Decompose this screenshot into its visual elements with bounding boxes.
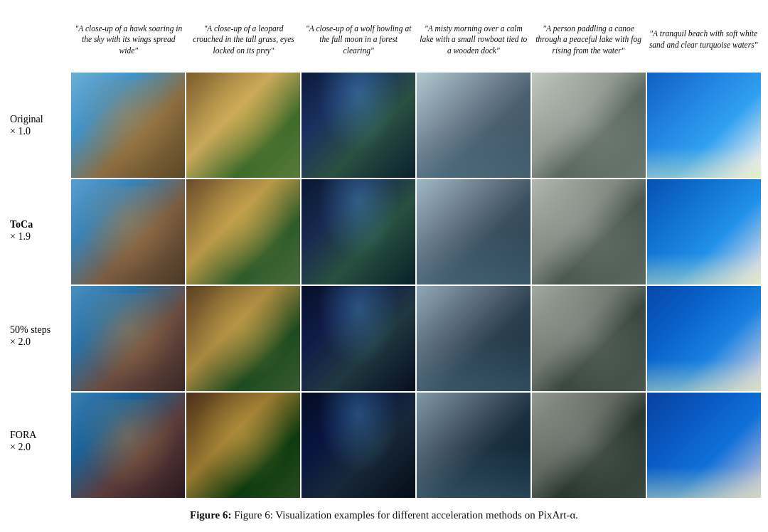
image-toca-leopard bbox=[186, 179, 300, 284]
header-cell-hawk: "A close-up of a hawk soaring in the sky… bbox=[71, 7, 186, 73]
image-50steps-lake bbox=[417, 286, 530, 391]
image-50steps-wolf bbox=[302, 286, 415, 391]
figure-caption-text: Figure 6: Visualization examples for dif… bbox=[234, 509, 570, 521]
image-row-50steps bbox=[71, 286, 761, 391]
image-fora-canoe bbox=[532, 393, 646, 498]
image-50steps-canoe bbox=[532, 286, 646, 391]
image-original-hawk bbox=[71, 73, 185, 178]
grid-wrapper: Original × 1.0 ToCa × 1.9 50% steps × 2.… bbox=[7, 7, 761, 499]
row-labels-column: Original × 1.0 ToCa × 1.9 50% steps × 2.… bbox=[7, 7, 71, 499]
image-row-original bbox=[71, 73, 761, 178]
row-label-fora: FORA × 2.0 bbox=[7, 388, 71, 494]
row-label-fora-sub: × 2.0 bbox=[10, 442, 31, 453]
image-cell-50steps-lake bbox=[417, 286, 530, 391]
image-row-toca bbox=[71, 179, 761, 284]
image-original-leopard bbox=[186, 73, 300, 178]
image-fora-beach bbox=[647, 393, 761, 498]
image-cell-toca-leopard bbox=[186, 179, 300, 284]
image-cell-50steps-hawk bbox=[71, 286, 185, 391]
image-cell-fora-wolf bbox=[302, 393, 415, 498]
row-label-50steps: 50% steps × 2.0 bbox=[7, 283, 71, 388]
figure-caption-period: . bbox=[575, 509, 578, 521]
image-cell-50steps-wolf bbox=[302, 286, 415, 391]
image-cell-fora-hawk bbox=[71, 393, 185, 498]
image-fora-hawk bbox=[71, 393, 185, 498]
label-header-spacer bbox=[7, 7, 71, 73]
header-cell-leopard: "A close-up of a leopard crouched in the… bbox=[186, 7, 302, 73]
image-cell-toca-wolf bbox=[302, 179, 415, 284]
image-50steps-leopard bbox=[186, 286, 300, 391]
image-cell-fora-lake bbox=[417, 393, 530, 498]
image-cell-fora-beach bbox=[647, 393, 761, 498]
image-cell-fora-canoe bbox=[532, 393, 646, 498]
image-toca-hawk bbox=[71, 179, 185, 284]
image-cell-toca-canoe bbox=[532, 179, 646, 284]
image-fora-leopard bbox=[186, 393, 300, 498]
header-cell-beach: "A tranquil beach with soft white sand a… bbox=[646, 7, 761, 73]
image-cell-50steps-beach bbox=[647, 286, 761, 391]
image-cell-toca-lake bbox=[417, 179, 530, 284]
row-label-toca-sub: × 1.9 bbox=[10, 231, 31, 243]
header-row: "A close-up of a hawk soaring in the sky… bbox=[71, 7, 761, 73]
image-cell-original-lake bbox=[417, 73, 530, 178]
image-fora-lake bbox=[417, 393, 530, 498]
image-cell-original-canoe bbox=[532, 73, 646, 178]
image-toca-lake bbox=[417, 179, 530, 284]
row-label-original: Original × 1.0 bbox=[7, 73, 71, 178]
image-toca-canoe bbox=[532, 179, 646, 284]
image-cell-original-wolf bbox=[302, 73, 415, 178]
header-cell-canoe: "A person paddling a canoe through a pea… bbox=[531, 7, 646, 73]
row-label-original-sub: × 1.0 bbox=[10, 126, 31, 137]
figure-caption: Figure 6: Figure 6: Visualization exampl… bbox=[7, 509, 761, 521]
image-original-lake bbox=[417, 73, 530, 178]
image-50steps-beach bbox=[647, 286, 761, 391]
row-label-toca-main: ToCa bbox=[10, 218, 33, 231]
figure-container: Original × 1.0 ToCa × 1.9 50% steps × 2.… bbox=[0, 0, 768, 532]
row-label-50steps-main: 50% steps bbox=[10, 324, 50, 336]
header-cell-wolf: "A close-up of a wolf howling at the ful… bbox=[301, 7, 416, 73]
image-toca-beach bbox=[647, 179, 761, 284]
image-original-beach bbox=[647, 73, 761, 178]
row-label-toca: ToCa × 1.9 bbox=[7, 178, 71, 283]
header-cell-lake: "A misty morning over a calm lake with a… bbox=[416, 7, 531, 73]
image-cell-50steps-canoe bbox=[532, 286, 646, 391]
image-cell-toca-beach bbox=[647, 179, 761, 284]
row-label-original-main: Original bbox=[10, 113, 43, 126]
row-label-50steps-sub: × 2.0 bbox=[10, 336, 31, 348]
image-cell-original-leopard bbox=[186, 73, 300, 178]
image-cell-original-hawk bbox=[71, 73, 185, 178]
row-label-fora-main: FORA bbox=[10, 429, 36, 442]
image-cell-fora-leopard bbox=[186, 393, 300, 498]
image-row-fora bbox=[71, 393, 761, 498]
image-original-canoe bbox=[532, 73, 646, 178]
figure-label: Figure 6: bbox=[190, 509, 231, 521]
image-50steps-hawk bbox=[71, 286, 185, 391]
image-toca-wolf bbox=[302, 179, 415, 284]
images-section: "A close-up of a hawk soaring in the sky… bbox=[71, 7, 761, 499]
image-fora-wolf bbox=[302, 393, 415, 498]
image-cell-original-beach bbox=[647, 73, 761, 178]
image-cell-50steps-leopard bbox=[186, 286, 300, 391]
image-original-wolf bbox=[302, 73, 415, 178]
image-cell-toca-hawk bbox=[71, 179, 185, 284]
